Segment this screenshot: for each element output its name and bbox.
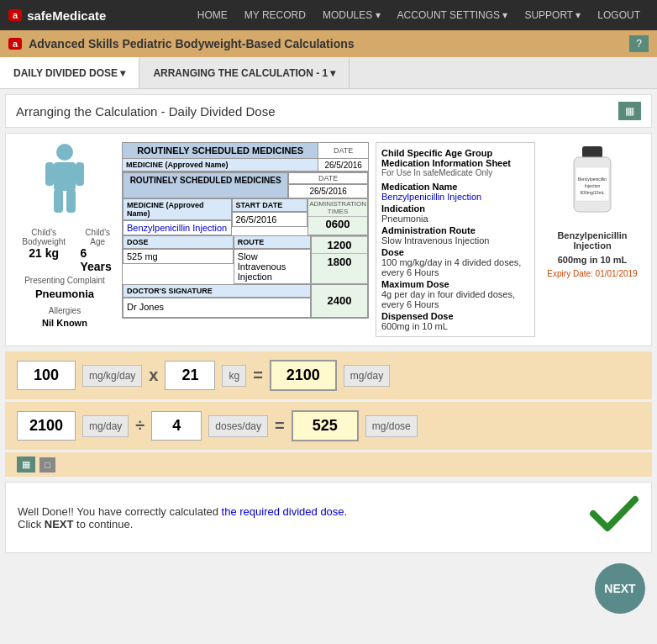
calc2-val1: 2100 bbox=[17, 411, 76, 441]
calc1-val1: 100 bbox=[17, 361, 76, 390]
calc1-unit1: mg/kg/day bbox=[82, 365, 142, 387]
calc2-val2: 4 bbox=[151, 411, 202, 441]
main-content: Child's Bodyweight 21 kg Child's Age 6 Y… bbox=[5, 133, 652, 346]
tool-calc-button[interactable]: ▦ bbox=[17, 457, 35, 472]
tools-row: ▦ □ bbox=[5, 452, 652, 477]
admin-times-1200-1800: 1200 1800 bbox=[311, 235, 368, 284]
calc2-result-unit: mg/dose bbox=[365, 415, 418, 437]
calc2-unit1: mg/day bbox=[82, 415, 129, 437]
tool-extra-button[interactable]: □ bbox=[39, 457, 55, 472]
presc-route-label: ROUTE bbox=[234, 235, 311, 249]
svg-text:600mg/10mL: 600mg/10mL bbox=[580, 190, 604, 195]
section-calc-icon-button[interactable]: ▦ bbox=[618, 102, 641, 120]
info-indication-value: Pneumonia bbox=[381, 214, 529, 224]
next-section: NEXT bbox=[0, 558, 657, 626]
calc-section-1: 100 mg/kg/day x 21 kg = 2100 mg/day bbox=[5, 351, 652, 399]
calc1-equals: = bbox=[253, 366, 263, 385]
age-col: Child's Age 6 Years bbox=[80, 228, 115, 273]
nav-account[interactable]: ACCOUNT SETTINGS ▾ bbox=[389, 9, 517, 21]
info-dose-value: 100 mg/kg/day in 4 divided doses, every … bbox=[381, 257, 529, 277]
admin-time-2400: 2400 bbox=[311, 284, 368, 318]
admin-time-1200: 1200 bbox=[312, 236, 367, 253]
success-highlight: the required divided dose. bbox=[222, 505, 348, 518]
patient-figure bbox=[42, 142, 88, 225]
info-max-label: Maximum Dose bbox=[381, 279, 529, 289]
prescription-table: ROUTINELY SCHEDULED MEDICINES DATE MEDIC… bbox=[122, 142, 369, 172]
admin-times-label: ADMINISTRATION TIMES bbox=[308, 199, 367, 216]
info-dispensed-label: Dispensed Dose bbox=[381, 311, 529, 321]
bottle-expiry: Expiry Date: 01/01/2019 bbox=[547, 269, 637, 278]
calc2-unit2: doses/day bbox=[208, 415, 268, 437]
success-text: Well Done!! You have correctly calculate… bbox=[18, 505, 347, 531]
nav-logo: a safeMedicate bbox=[8, 8, 106, 23]
breadcrumb-help-button[interactable]: ? bbox=[629, 35, 649, 52]
admin-times-col: ADMINISTRATION TIMES 0600 bbox=[307, 198, 368, 235]
presc-startdate-value: 26/5/2016 bbox=[232, 212, 308, 227]
bottle-label: Benzylpenicillin Injection bbox=[542, 230, 643, 251]
info-indication-label: Indication bbox=[381, 203, 529, 214]
presc-date-value: 26/5/2016 bbox=[288, 184, 368, 198]
info-route-label: Administration Route bbox=[381, 225, 529, 235]
success-text-2: Click NEXT bbox=[18, 518, 73, 531]
patient-stats-row: Child's Bodyweight 21 kg Child's Age 6 Y… bbox=[14, 228, 115, 273]
breadcrumb-bar: a Advanced Skills Pediatric Bodyweight-B… bbox=[0, 30, 657, 57]
prescription-container: ROUTINELY SCHEDULED MEDICINES DATE 26/5/… bbox=[122, 172, 369, 319]
presc-startdate-label: START DATE bbox=[232, 198, 308, 212]
calc1-val2: 21 bbox=[165, 361, 215, 390]
svg-rect-6 bbox=[582, 146, 602, 158]
allergy-value: Nil Known bbox=[42, 318, 87, 328]
presc-date-label: DATE bbox=[288, 172, 368, 184]
complaint-label: Presenting Complaint bbox=[24, 276, 105, 285]
age-value: 6 Years bbox=[80, 246, 115, 273]
nav-myrecord[interactable]: MY RECORD bbox=[236, 9, 314, 21]
bottle-image: Benzylpenicillin Injection 600mg/10mL bbox=[559, 142, 626, 226]
calc1-result-unit: mg/day bbox=[344, 365, 390, 387]
presc-date-label-cell: DATE bbox=[318, 143, 369, 159]
bodyweight-label: Child's Bodyweight bbox=[14, 228, 73, 246]
svg-rect-4 bbox=[54, 189, 63, 213]
bodyweight-value: 21 kg bbox=[29, 246, 59, 260]
presc-med-label: MEDICINE (Approved Name) bbox=[123, 198, 232, 220]
svg-point-0 bbox=[56, 144, 73, 161]
nav-support[interactable]: SUPPORT ▾ bbox=[516, 9, 589, 21]
calc2-result: 525 bbox=[292, 410, 359, 441]
admin-time-0600: 0600 bbox=[308, 216, 367, 231]
age-label: Child's Age bbox=[80, 228, 115, 246]
navbar: a safeMedicate HOME MY RECORD MODULES ▾ … bbox=[0, 0, 657, 30]
success-text-3: to continue. bbox=[76, 518, 133, 531]
admin-time-1800: 1800 bbox=[312, 253, 367, 270]
info-med-name-label: Medication Name bbox=[381, 182, 529, 192]
calc1-result: 2100 bbox=[270, 360, 337, 391]
complaint-value: Pneumonia bbox=[35, 288, 94, 300]
calc2-equals: = bbox=[275, 416, 285, 435]
bottle-panel: Benzylpenicillin Injection 600mg/10mL Be… bbox=[542, 142, 643, 278]
nav-home[interactable]: HOME bbox=[189, 9, 236, 21]
bottle-dose: 600mg in 10 mL bbox=[558, 255, 628, 265]
nav-modules[interactable]: MODULES ▾ bbox=[314, 9, 389, 21]
nav-links: HOME MY RECORD MODULES ▾ ACCOUNT SETTING… bbox=[189, 9, 649, 21]
info-heading1: Child Specific Age Group bbox=[381, 148, 529, 158]
tab-arranging-calculation[interactable]: ARRANGING THE CALCULATION - 1 ▾ bbox=[139, 57, 350, 88]
svg-rect-5 bbox=[66, 189, 76, 213]
presc-rs-header: ROUTINELY SCHEDULED MEDICINES bbox=[123, 172, 288, 198]
patient-panel: Child's Bodyweight 21 kg Child's Age 6 Y… bbox=[14, 142, 115, 328]
presc-sig-value: Dr Jones bbox=[123, 298, 311, 318]
nav-logout[interactable]: LOGOUT bbox=[589, 9, 649, 21]
info-med-name-value: Benzylpenicillin Injection bbox=[381, 192, 529, 202]
success-next-label: NEXT bbox=[45, 518, 74, 531]
presc-date-value-cell: 26/5/2016 bbox=[318, 159, 369, 172]
nav-logo-text: safeMedicate bbox=[27, 8, 106, 23]
checkmark-icon bbox=[589, 493, 639, 542]
presc-med-value: Benzylpenicillin Injection bbox=[123, 220, 232, 235]
calc1-op: x bbox=[149, 366, 158, 385]
presc-dose-label: DOSE bbox=[123, 235, 234, 249]
presc-header-cell: ROUTINELY SCHEDULED MEDICINES bbox=[123, 143, 318, 159]
next-button[interactable]: NEXT bbox=[595, 563, 645, 614]
presc-med-col-header: MEDICINE (Approved Name) bbox=[123, 159, 318, 172]
info-dispensed-value: 600mg in 10 mL bbox=[381, 321, 529, 331]
tab-daily-divided-dose[interactable]: DAILY DIVIDED DOSE ▾ bbox=[0, 57, 139, 88]
svg-text:Injection: Injection bbox=[585, 183, 601, 188]
calc-row-2: 2100 mg/day ÷ 4 doses/day = 525 mg/dose bbox=[17, 410, 640, 441]
presc-dose-value: 525 mg bbox=[123, 249, 234, 264]
section-header: Arranging the Calculation - Daily Divide… bbox=[5, 94, 652, 128]
